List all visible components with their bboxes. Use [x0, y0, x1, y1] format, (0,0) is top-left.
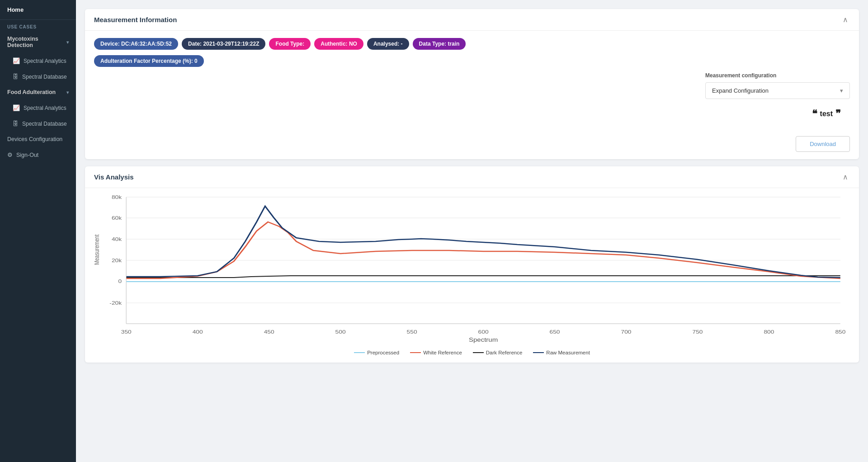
legend-preprocessed: Preprocessed — [354, 350, 399, 355]
preprocessed-legend-line — [354, 352, 365, 353]
config-section: Measurement configuration Expand Configu… — [705, 72, 850, 99]
sign-out-label: Sign-Out — [16, 152, 38, 158]
svg-text:600: 600 — [478, 329, 489, 335]
tag-adulteration: Adulteration Factor Percentage (%): 0 — [94, 55, 204, 67]
download-row: Download — [85, 132, 859, 159]
dark-ref-legend-line — [473, 352, 484, 353]
svg-text:0: 0 — [118, 278, 122, 284]
gear-icon: ⚙ — [7, 151, 13, 158]
close-quote-icon: ❞ — [835, 108, 841, 120]
legend-white-ref: White Reference — [410, 350, 462, 355]
svg-text:400: 400 — [193, 329, 203, 335]
sidebar-item-food-adulteration[interactable]: Food Adulteration ▾ — [0, 85, 76, 100]
svg-text:700: 700 — [621, 329, 632, 335]
spectral-database-2-label: Spectral Database — [22, 121, 67, 127]
chevron-down-icon: ▾ — [66, 40, 69, 45]
sidebar-item-devices-config[interactable]: Devices Configuration — [0, 132, 76, 147]
sidebar-food-adulteration-label: Food Adulteration — [7, 89, 56, 95]
chart-icon-1: 📈 — [13, 57, 20, 64]
white-ref-legend-line — [410, 352, 421, 353]
raw-meas-legend-label: Raw Measurement — [546, 350, 590, 355]
config-label: Measurement configuration — [705, 72, 850, 79]
vis-card-header: Vis Analysis ∧ — [85, 166, 859, 188]
tag-analysed: Analysed: - — [367, 38, 409, 50]
dark-ref-legend-label: Dark Reference — [486, 350, 523, 355]
sidebar-item-spectral-database-2[interactable]: 🗄 Spectral Database — [0, 116, 76, 132]
svg-text:350: 350 — [121, 329, 132, 335]
sidebar-item-spectral-database-1[interactable]: 🗄 Spectral Database — [0, 69, 76, 85]
spectral-analytics-1-label: Spectral Analytics — [24, 58, 66, 64]
vis-analysis-svg: 80k 60k 40k 20k 0 -20k Measurement 350 4… — [92, 193, 852, 346]
tag-food-type: Food Type: — [269, 38, 311, 50]
svg-text:Spectrum: Spectrum — [469, 337, 498, 343]
db-icon-1: 🗄 — [13, 73, 19, 80]
chart-container: 80k 60k 40k 20k 0 -20k Measurement 350 4… — [92, 193, 852, 346]
measurement-card-body: Device: DC:A6:32:AA:5D:52 Date: 2021-03-… — [85, 31, 859, 132]
expand-config-dropdown[interactable]: Expand Configuration ▾ — [705, 82, 850, 99]
quote-text: test — [820, 110, 833, 118]
spectral-analytics-2-label: Spectral Analytics — [24, 105, 66, 111]
measurement-info-card: Measurement Information ∧ Device: DC:A6:… — [85, 9, 859, 159]
white-reference-line — [126, 222, 840, 278]
vis-card-collapse-btn[interactable]: ∧ — [841, 173, 850, 181]
sidebar-item-spectral-analytics-1[interactable]: 📈 Spectral Analytics — [0, 53, 76, 69]
open-quote-icon: ❝ — [812, 108, 817, 120]
vis-analysis-card: Vis Analysis ∧ — [85, 166, 859, 363]
measurement-card-collapse-btn[interactable]: ∧ — [841, 15, 850, 24]
legend-raw-meas: Raw Measurement — [533, 350, 590, 355]
db-icon-2: 🗄 — [13, 120, 19, 127]
svg-text:550: 550 — [407, 329, 417, 335]
download-button[interactable]: Download — [796, 136, 850, 152]
sidebar-item-spectral-analytics-2[interactable]: 📈 Spectral Analytics — [0, 100, 76, 116]
config-chevron-icon: ▾ — [840, 87, 843, 94]
chevron-down-icon-2: ▾ — [66, 90, 69, 95]
svg-text:800: 800 — [764, 329, 774, 335]
svg-text:80k: 80k — [112, 194, 122, 200]
quote-area: ❝ test ❞ — [812, 99, 850, 124]
svg-text:500: 500 — [335, 329, 346, 335]
svg-text:40k: 40k — [112, 236, 122, 242]
sidebar-item-mycotoxins[interactable]: Mycotoxins Detection ▾ — [0, 31, 76, 53]
measurement-card-header: Measurement Information ∧ — [85, 9, 859, 31]
main-content: Measurement Information ∧ Device: DC:A6:… — [76, 0, 868, 462]
chart-body: 80k 60k 40k 20k 0 -20k Measurement 350 4… — [85, 188, 859, 363]
sidebar-item-sign-out[interactable]: ⚙ Sign-Out — [0, 147, 76, 163]
tags-row: Device: DC:A6:32:AA:5D:52 Date: 2021-03-… — [94, 38, 850, 50]
white-ref-legend-label: White Reference — [423, 350, 462, 355]
chart-icon-2: 📈 — [13, 104, 20, 111]
config-select-text: Expand Configuration — [712, 87, 840, 94]
measurement-card-title: Measurement Information — [94, 16, 177, 24]
dark-reference-line — [126, 276, 840, 278]
vis-card-title: Vis Analysis — [94, 173, 134, 181]
svg-text:850: 850 — [835, 329, 845, 335]
preprocessed-legend-label: Preprocessed — [367, 350, 399, 355]
raw-meas-legend-line — [533, 352, 544, 353]
chart-legend: Preprocessed White Reference Dark Refere… — [92, 350, 852, 355]
tags-row-2: Adulteration Factor Percentage (%): 0 — [94, 55, 850, 67]
tag-date: Date: 2021-03-29T12:19:22Z — [182, 38, 265, 50]
svg-text:450: 450 — [264, 329, 274, 335]
devices-config-label: Devices Configuration — [7, 136, 62, 142]
sidebar-home[interactable]: Home — [0, 0, 76, 20]
svg-text:650: 650 — [550, 329, 560, 335]
tag-device: Device: DC:A6:32:AA:5D:52 — [94, 38, 178, 50]
sidebar: Home USE CASES Mycotoxins Detection ▾ 📈 … — [0, 0, 76, 462]
tag-authentic: Authentic: NO — [314, 38, 363, 50]
sidebar-use-cases-label: USE CASES — [0, 20, 76, 31]
svg-text:20k: 20k — [112, 258, 122, 263]
legend-dark-ref: Dark Reference — [473, 350, 523, 355]
svg-text:750: 750 — [692, 329, 703, 335]
tag-data-type: Data Type: train — [413, 38, 466, 50]
svg-text:Measurement: Measurement — [94, 234, 100, 265]
svg-text:-20k: -20k — [109, 300, 122, 306]
spectral-database-1-label: Spectral Database — [22, 74, 67, 80]
svg-text:60k: 60k — [112, 215, 122, 221]
sidebar-mycotoxins-label: Mycotoxins Detection — [7, 36, 63, 48]
